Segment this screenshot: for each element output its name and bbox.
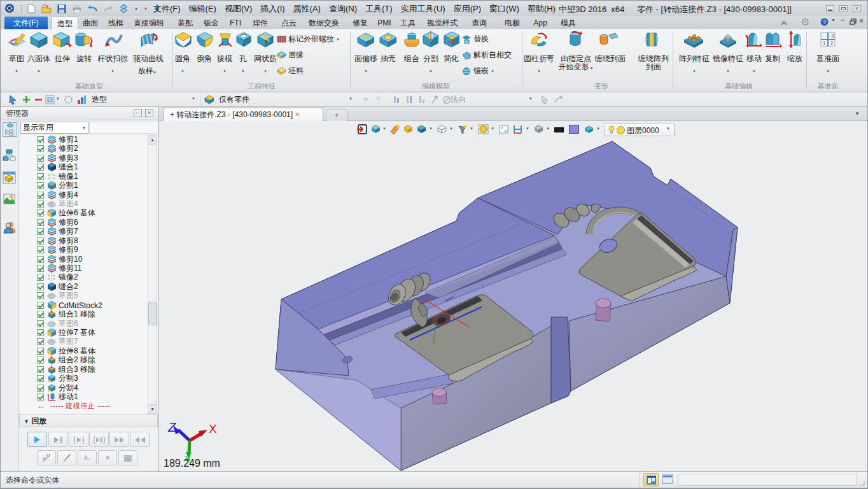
svg-text:X: X	[209, 422, 217, 436]
svg-text:3: 3	[831, 33, 834, 39]
svg-text:1: 1	[823, 40, 826, 46]
svg-text:Z: Z	[167, 420, 176, 434]
svg-text:?: ?	[823, 19, 826, 25]
svg-text:2: 2	[830, 40, 834, 46]
